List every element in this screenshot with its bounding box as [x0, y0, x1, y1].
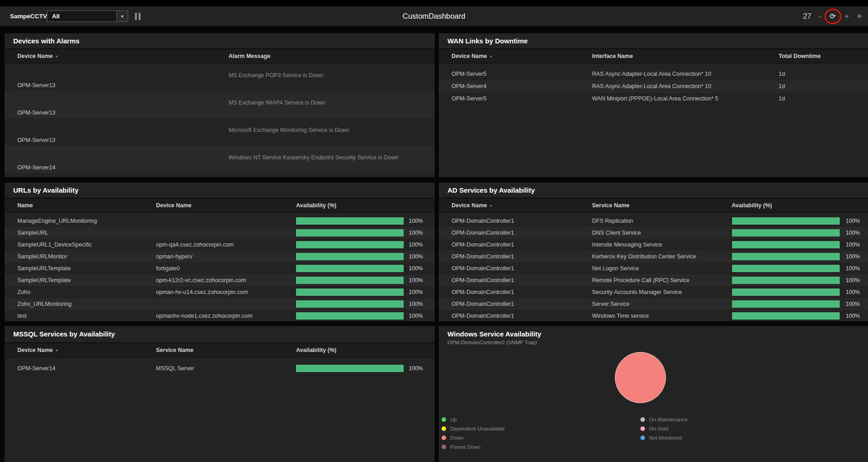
table-row[interactable]: OPM-DomainController1Net Logon Service10… — [439, 262, 868, 274]
table-row[interactable]: Windows NT Service Kaspersky Endpoint Se… — [5, 146, 435, 173]
table-row[interactable]: SampleURLMonitoropman-hyperv100% — [5, 251, 435, 262]
device-name[interactable]: OPM-DomainController1 — [452, 298, 514, 310]
table-row[interactable]: OPM-Server5RAS Async Adapter-Local Area … — [439, 68, 868, 80]
device-name[interactable]: OPM-DomainController1 — [452, 215, 514, 227]
column-header-availability[interactable]: Availability (%) — [296, 199, 336, 212]
device-name[interactable]: OPM-Server4 — [452, 80, 486, 93]
device-name: opman-hyperv — [156, 251, 192, 262]
legend-item[interactable]: On Hold — [640, 424, 687, 433]
refresh-button[interactable]: ⟳ — [828, 12, 838, 21]
device-name[interactable]: OPM-DomainController1 — [452, 310, 514, 321]
url-name[interactable]: ManageEngine_URLMonitoring — [17, 215, 97, 227]
sort-asc-icon: ▲ — [489, 54, 493, 58]
column-header-device-name[interactable]: Device Name▲ — [17, 343, 58, 357]
legend-item[interactable]: Not Monitored — [640, 433, 687, 442]
column-header-device-name[interactable]: Device Name▲ — [452, 199, 493, 212]
column-header-name[interactable]: Name — [17, 199, 33, 212]
device-name[interactable]: OPM-DomainController1 — [452, 227, 514, 239]
table-row[interactable]: OPM-Server5WAN Miniport (PPPOE)-Local Ar… — [439, 93, 868, 105]
table-row[interactable]: SampleURL100% — [5, 227, 435, 239]
legend-item[interactable]: On Maintenance — [640, 415, 687, 424]
table-row[interactable]: SampleURL1_DeviceSpecificopm-qa4.csez.zo… — [5, 239, 435, 251]
column-header-device-name[interactable]: Device Name▲ — [17, 49, 58, 63]
device-name: opm-k12r2-vc.csez.zohocorpin.com — [156, 274, 246, 286]
availability-value: 100% — [846, 274, 860, 286]
legend-item[interactable]: Down — [442, 433, 505, 442]
legend-item[interactable]: Parent Down — [442, 442, 505, 452]
device-name[interactable]: OPM-Server13 — [17, 110, 55, 116]
url-name[interactable]: test — [17, 310, 26, 321]
url-name[interactable]: Zoho — [17, 286, 31, 298]
column-header-device-name[interactable]: Device Name — [156, 199, 192, 212]
legend-item[interactable]: Dependent Unavailable — [442, 424, 505, 433]
refresh-countdown: 27 — [803, 12, 811, 21]
table-row[interactable]: OPM-DomainController1Kerberos Key Distri… — [439, 251, 868, 262]
device-name[interactable]: OPM-Server13 — [17, 82, 55, 89]
chevron-down-icon[interactable]: ▾ — [116, 11, 128, 21]
table-header-row: Name Device Name Availability (%) — [5, 198, 435, 213]
table-row[interactable]: OPM-DomainController1DFS Replication100% — [439, 215, 868, 227]
column-header-availability[interactable]: Availability (%) — [732, 199, 772, 212]
column-header-interface-name[interactable]: Interface Name — [592, 49, 633, 63]
table-row[interactable]: OPM-DomainController1Remote Procedure Ca… — [439, 274, 868, 286]
service-name: Kerberos Key Distribution Center Service — [592, 251, 696, 262]
view-filter-dropdown[interactable]: All ▾ — [47, 10, 128, 22]
column-header-service-name[interactable]: Service Name — [156, 343, 193, 357]
table-row[interactable]: Microsoft Exchange Monitoring Service is… — [5, 118, 435, 146]
url-name[interactable]: SampleURLTemplate — [17, 274, 71, 286]
panel-title: Devices with Alarms — [5, 33, 435, 48]
total-downtime: 1d — [779, 93, 785, 105]
device-name[interactable]: OPM-DomainController1 — [452, 251, 514, 262]
table-row[interactable]: OPM-DomainController1Windows Time servic… — [439, 310, 868, 321]
sort-asc-icon: ▲ — [489, 204, 493, 207]
table-row[interactable]: SampleURLTemplatefortigate0100% — [5, 262, 435, 274]
pause-icon — [135, 13, 137, 20]
device-name[interactable]: OPM-DomainController1 — [452, 239, 514, 251]
url-name[interactable]: SampleURL1_DeviceSpecific — [17, 239, 92, 251]
url-name[interactable]: SampleURL — [17, 227, 48, 239]
zoom-out-button[interactable]: - — [818, 12, 821, 21]
table-body: OPM-Server5RAS Async Adapter-Local Area … — [439, 63, 868, 105]
table-row[interactable]: testopmanhv-node1.csez.zohocorpin.com100… — [5, 310, 435, 321]
device-name[interactable]: OPM-Server14 — [17, 361, 55, 376]
table-row[interactable]: OPM-DomainController1Intersite Messaging… — [439, 239, 868, 251]
device-name[interactable]: OPM-DomainController1 — [452, 262, 514, 274]
device-name[interactable]: OPM-Server13 — [17, 137, 55, 143]
table-header-row: Device Name▲ Service Name Availability (… — [5, 342, 435, 357]
column-header-alarm-message[interactable]: Alarm Message — [229, 49, 270, 63]
url-name[interactable]: SampleURLTemplate — [17, 262, 71, 274]
availability-bar — [296, 289, 404, 296]
table-row[interactable]: SampleURLTemplateopm-k12r2-vc.csez.zohoc… — [5, 274, 435, 286]
availability-value: 100% — [409, 286, 423, 298]
table-row[interactable]: Zohoopman-hv-u14.csez.zohocorpin.com100% — [5, 286, 435, 298]
column-header-availability[interactable]: Availability (%) — [296, 343, 336, 357]
table-row[interactable]: OPM-DomainController1Server Service100% — [439, 298, 868, 310]
device-name[interactable]: OPM-DomainController1 — [452, 274, 514, 286]
table-row[interactable]: OPM-DomainController1Security Accounts M… — [439, 286, 868, 298]
url-name[interactable]: SampleURLMonitor — [17, 251, 67, 262]
table-row[interactable]: ManageEngine_URLMonitoring100% — [5, 215, 435, 227]
brightness-icon[interactable]: ☀ — [856, 12, 863, 21]
column-header-service-name[interactable]: Service Name — [592, 199, 629, 212]
table-row[interactable]: Zoho_URLMonitoring100% — [5, 298, 435, 310]
pause-button[interactable] — [135, 13, 141, 20]
url-name[interactable]: Zoho_URLMonitoring — [17, 298, 72, 310]
device-name[interactable]: OPM-DomainController1 — [452, 286, 514, 298]
service-name: Windows Time service — [592, 310, 649, 321]
column-header-total-downtime[interactable]: Total Downtime — [779, 49, 821, 63]
dashboard-name-label: SampeCCTV — [10, 6, 47, 26]
table-row[interactable]: OPM-Server4RAS Async Adapter-Local Area … — [439, 80, 868, 93]
column-header-device-name[interactable]: Device Name▲ — [452, 49, 493, 63]
legend-dot-icon — [640, 426, 645, 431]
table-row[interactable]: OPM-DomainController1DNS Client Service1… — [439, 227, 868, 239]
device-name[interactable]: OPM-Server14 — [17, 164, 55, 171]
device-name[interactable]: OPM-Server5 — [452, 68, 486, 80]
table-row[interactable]: OPM-Server14MSSQL Server100% — [5, 361, 435, 376]
pie-chart-down-slice[interactable] — [615, 352, 666, 403]
legend-item[interactable]: Up — [442, 415, 505, 424]
panel-subtitle: OPM-DomainController2 (SNMP Trap) — [439, 340, 868, 345]
zoom-in-button[interactable]: + — [845, 12, 849, 21]
table-row[interactable]: MS Exchange IMAP4 Service is DownOPM-Ser… — [5, 91, 435, 118]
table-row[interactable]: MS Exchange POP3 Service is DownOPM-Serv… — [5, 63, 435, 91]
device-name[interactable]: OPM-Server5 — [452, 93, 486, 105]
